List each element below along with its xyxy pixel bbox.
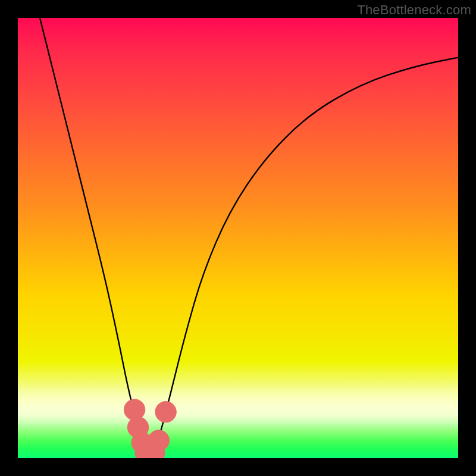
chart-frame: TheBottleneck.com	[0, 0, 476, 476]
watermark-text: TheBottleneck.com	[357, 2, 471, 18]
bottleneck-curve	[40, 18, 458, 453]
marker-dot	[148, 430, 169, 451]
marker-group	[124, 399, 176, 458]
marker-dot	[155, 402, 176, 422]
curve-layer	[18, 18, 458, 458]
plot-area	[18, 18, 458, 458]
